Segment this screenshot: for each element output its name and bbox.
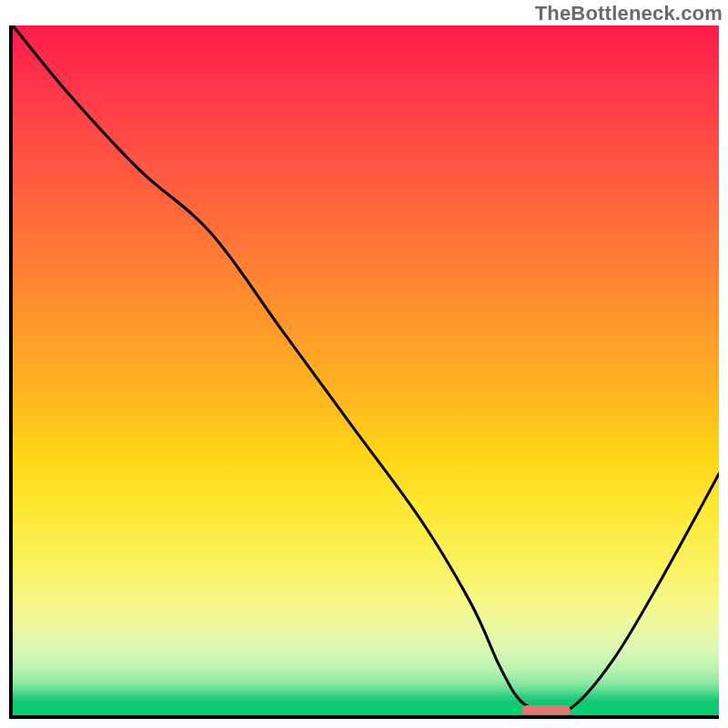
optimal-marker — [521, 705, 571, 716]
chart-container: TheBottleneck.com — [0, 0, 728, 728]
watermark-text: TheBottleneck.com — [535, 2, 723, 25]
curve-line — [13, 25, 719, 715]
plot-area — [9, 25, 719, 719]
